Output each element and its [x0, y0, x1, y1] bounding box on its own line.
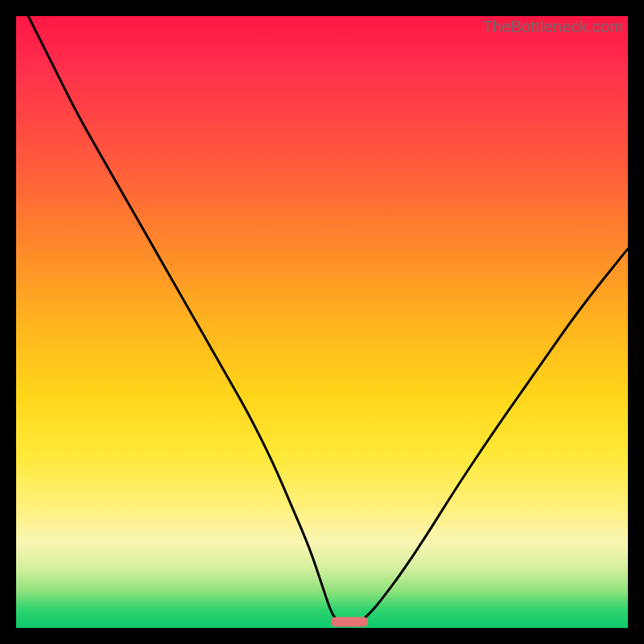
chart-frame: TheBottleneck.com — [16, 16, 628, 628]
watermark-text: TheBottleneck.com — [482, 18, 623, 36]
plot-gradient-background — [16, 16, 628, 628]
